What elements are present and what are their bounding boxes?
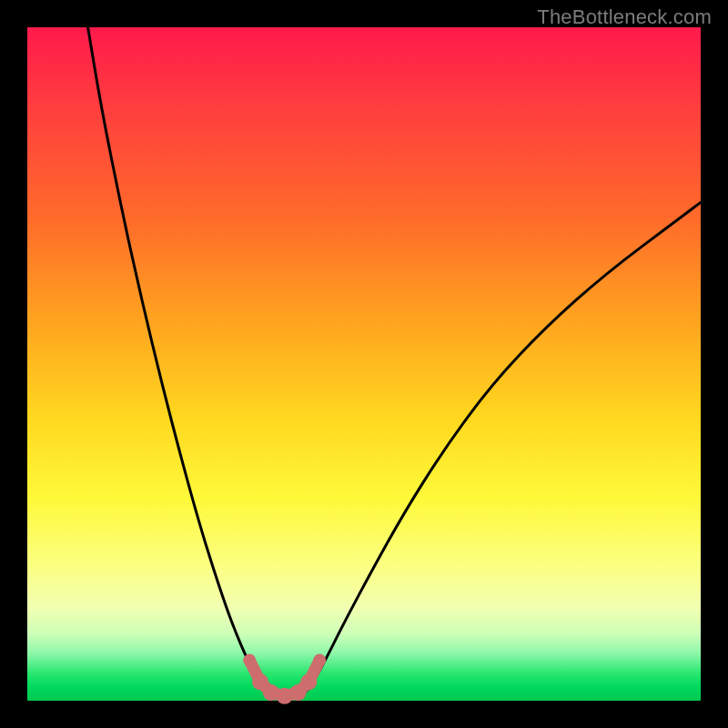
plot-area <box>27 27 701 701</box>
chart-frame: TheBottleneck.com <box>0 0 728 728</box>
curve-group <box>88 27 701 704</box>
curve-left-branch <box>88 27 263 687</box>
curve-layer <box>27 27 701 701</box>
watermark-text: TheBottleneck.com <box>537 5 712 29</box>
curve-right-branch <box>310 202 701 687</box>
marker-dots <box>243 654 326 704</box>
marker-dot <box>300 673 317 690</box>
marker-dot <box>313 654 326 667</box>
marker-dot <box>243 654 256 667</box>
